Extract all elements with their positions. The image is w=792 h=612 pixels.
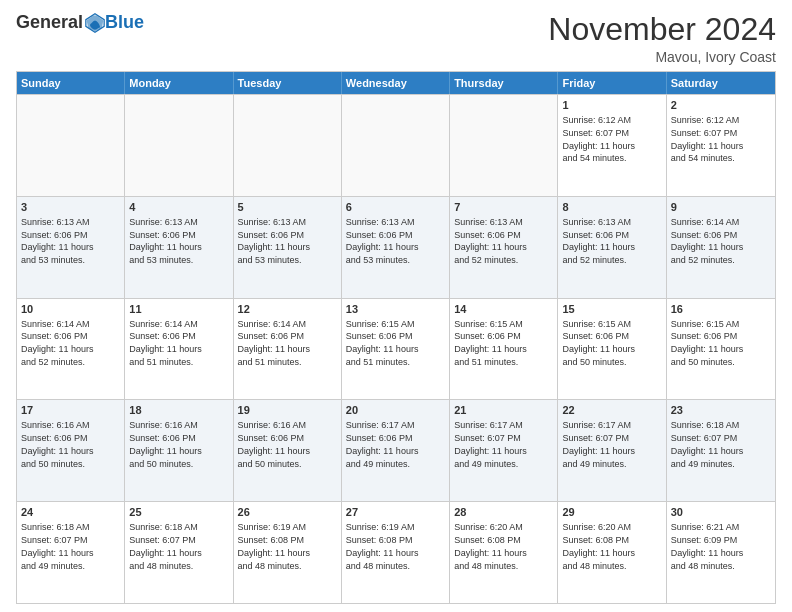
page: General Blue November 2024 Mavou, Ivory … (0, 0, 792, 612)
calendar-body: 1Sunrise: 6:12 AM Sunset: 6:07 PM Daylig… (17, 94, 775, 603)
cell-text-18: Sunrise: 6:16 AM Sunset: 6:06 PM Dayligh… (129, 420, 202, 468)
cell-text-10: Sunrise: 6:14 AM Sunset: 6:06 PM Dayligh… (21, 319, 94, 367)
cell-text-14: Sunrise: 6:15 AM Sunset: 6:06 PM Dayligh… (454, 319, 527, 367)
day-num-3: 3 (21, 200, 120, 215)
location: Mavou, Ivory Coast (548, 49, 776, 65)
day-num-17: 17 (21, 403, 120, 418)
day-num-25: 25 (129, 505, 228, 520)
cal-cell-3-2: 19Sunrise: 6:16 AM Sunset: 6:06 PM Dayli… (234, 400, 342, 501)
cell-text-23: Sunrise: 6:18 AM Sunset: 6:07 PM Dayligh… (671, 420, 744, 468)
day-num-10: 10 (21, 302, 120, 317)
cal-cell-4-2: 26Sunrise: 6:19 AM Sunset: 6:08 PM Dayli… (234, 502, 342, 603)
day-num-19: 19 (238, 403, 337, 418)
cal-cell-1-3: 6Sunrise: 6:13 AM Sunset: 6:06 PM Daylig… (342, 197, 450, 298)
cal-cell-2-1: 11Sunrise: 6:14 AM Sunset: 6:06 PM Dayli… (125, 299, 233, 400)
cal-cell-2-2: 12Sunrise: 6:14 AM Sunset: 6:06 PM Dayli… (234, 299, 342, 400)
day-num-29: 29 (562, 505, 661, 520)
cal-cell-2-5: 15Sunrise: 6:15 AM Sunset: 6:06 PM Dayli… (558, 299, 666, 400)
cal-cell-0-1 (125, 95, 233, 196)
cal-cell-0-0 (17, 95, 125, 196)
day-num-28: 28 (454, 505, 553, 520)
cal-cell-1-5: 8Sunrise: 6:13 AM Sunset: 6:06 PM Daylig… (558, 197, 666, 298)
day-num-8: 8 (562, 200, 661, 215)
cal-cell-3-1: 18Sunrise: 6:16 AM Sunset: 6:06 PM Dayli… (125, 400, 233, 501)
cal-cell-3-6: 23Sunrise: 6:18 AM Sunset: 6:07 PM Dayli… (667, 400, 775, 501)
cal-cell-4-3: 27Sunrise: 6:19 AM Sunset: 6:08 PM Dayli… (342, 502, 450, 603)
logo-icon (85, 13, 105, 33)
cal-cell-4-4: 28Sunrise: 6:20 AM Sunset: 6:08 PM Dayli… (450, 502, 558, 603)
cal-row-4: 24Sunrise: 6:18 AM Sunset: 6:07 PM Dayli… (17, 501, 775, 603)
cal-cell-3-3: 20Sunrise: 6:17 AM Sunset: 6:06 PM Dayli… (342, 400, 450, 501)
cal-cell-2-4: 14Sunrise: 6:15 AM Sunset: 6:06 PM Dayli… (450, 299, 558, 400)
day-num-30: 30 (671, 505, 771, 520)
cal-row-2: 10Sunrise: 6:14 AM Sunset: 6:06 PM Dayli… (17, 298, 775, 400)
day-num-4: 4 (129, 200, 228, 215)
cell-text-19: Sunrise: 6:16 AM Sunset: 6:06 PM Dayligh… (238, 420, 311, 468)
cell-text-27: Sunrise: 6:19 AM Sunset: 6:08 PM Dayligh… (346, 522, 419, 570)
calendar-header-row: Sunday Monday Tuesday Wednesday Thursday… (17, 72, 775, 94)
cal-cell-2-0: 10Sunrise: 6:14 AM Sunset: 6:06 PM Dayli… (17, 299, 125, 400)
cal-cell-0-3 (342, 95, 450, 196)
day-num-16: 16 (671, 302, 771, 317)
cal-cell-2-6: 16Sunrise: 6:15 AM Sunset: 6:06 PM Dayli… (667, 299, 775, 400)
cal-cell-3-4: 21Sunrise: 6:17 AM Sunset: 6:07 PM Dayli… (450, 400, 558, 501)
cell-text-28: Sunrise: 6:20 AM Sunset: 6:08 PM Dayligh… (454, 522, 527, 570)
cal-cell-1-1: 4Sunrise: 6:13 AM Sunset: 6:06 PM Daylig… (125, 197, 233, 298)
cal-cell-4-0: 24Sunrise: 6:18 AM Sunset: 6:07 PM Dayli… (17, 502, 125, 603)
cell-text-13: Sunrise: 6:15 AM Sunset: 6:06 PM Dayligh… (346, 319, 419, 367)
cell-text-25: Sunrise: 6:18 AM Sunset: 6:07 PM Dayligh… (129, 522, 202, 570)
cal-cell-4-5: 29Sunrise: 6:20 AM Sunset: 6:08 PM Dayli… (558, 502, 666, 603)
day-num-27: 27 (346, 505, 445, 520)
cal-cell-1-4: 7Sunrise: 6:13 AM Sunset: 6:06 PM Daylig… (450, 197, 558, 298)
cell-text-17: Sunrise: 6:16 AM Sunset: 6:06 PM Dayligh… (21, 420, 94, 468)
day-num-24: 24 (21, 505, 120, 520)
day-num-14: 14 (454, 302, 553, 317)
cell-text-16: Sunrise: 6:15 AM Sunset: 6:06 PM Dayligh… (671, 319, 744, 367)
cell-text-21: Sunrise: 6:17 AM Sunset: 6:07 PM Dayligh… (454, 420, 527, 468)
logo-general: General (16, 12, 83, 33)
cell-text-22: Sunrise: 6:17 AM Sunset: 6:07 PM Dayligh… (562, 420, 635, 468)
cell-text-20: Sunrise: 6:17 AM Sunset: 6:06 PM Dayligh… (346, 420, 419, 468)
cell-text-3: Sunrise: 6:13 AM Sunset: 6:06 PM Dayligh… (21, 217, 94, 265)
day-num-15: 15 (562, 302, 661, 317)
logo: General Blue (16, 12, 144, 33)
cell-text-6: Sunrise: 6:13 AM Sunset: 6:06 PM Dayligh… (346, 217, 419, 265)
header-tuesday: Tuesday (234, 72, 342, 94)
day-num-11: 11 (129, 302, 228, 317)
cal-cell-4-6: 30Sunrise: 6:21 AM Sunset: 6:09 PM Dayli… (667, 502, 775, 603)
day-num-20: 20 (346, 403, 445, 418)
day-num-13: 13 (346, 302, 445, 317)
header-thursday: Thursday (450, 72, 558, 94)
cal-cell-1-0: 3Sunrise: 6:13 AM Sunset: 6:06 PM Daylig… (17, 197, 125, 298)
header-wednesday: Wednesday (342, 72, 450, 94)
cell-text-12: Sunrise: 6:14 AM Sunset: 6:06 PM Dayligh… (238, 319, 311, 367)
day-num-2: 2 (671, 98, 771, 113)
cal-row-0: 1Sunrise: 6:12 AM Sunset: 6:07 PM Daylig… (17, 94, 775, 196)
cal-cell-0-4 (450, 95, 558, 196)
day-num-18: 18 (129, 403, 228, 418)
header-monday: Monday (125, 72, 233, 94)
day-num-23: 23 (671, 403, 771, 418)
cal-cell-4-1: 25Sunrise: 6:18 AM Sunset: 6:07 PM Dayli… (125, 502, 233, 603)
cal-cell-0-2 (234, 95, 342, 196)
cell-text-8: Sunrise: 6:13 AM Sunset: 6:06 PM Dayligh… (562, 217, 635, 265)
day-num-6: 6 (346, 200, 445, 215)
cal-cell-0-6: 2Sunrise: 6:12 AM Sunset: 6:07 PM Daylig… (667, 95, 775, 196)
cell-text-24: Sunrise: 6:18 AM Sunset: 6:07 PM Dayligh… (21, 522, 94, 570)
day-num-12: 12 (238, 302, 337, 317)
day-num-1: 1 (562, 98, 661, 113)
cell-text-1: Sunrise: 6:12 AM Sunset: 6:07 PM Dayligh… (562, 115, 635, 163)
header: General Blue November 2024 Mavou, Ivory … (16, 12, 776, 65)
header-sunday: Sunday (17, 72, 125, 94)
calendar: Sunday Monday Tuesday Wednesday Thursday… (16, 71, 776, 604)
day-num-7: 7 (454, 200, 553, 215)
cell-text-5: Sunrise: 6:13 AM Sunset: 6:06 PM Dayligh… (238, 217, 311, 265)
cell-text-11: Sunrise: 6:14 AM Sunset: 6:06 PM Dayligh… (129, 319, 202, 367)
day-num-21: 21 (454, 403, 553, 418)
month-title: November 2024 (548, 12, 776, 47)
cal-row-3: 17Sunrise: 6:16 AM Sunset: 6:06 PM Dayli… (17, 399, 775, 501)
day-num-22: 22 (562, 403, 661, 418)
cell-text-30: Sunrise: 6:21 AM Sunset: 6:09 PM Dayligh… (671, 522, 744, 570)
cal-cell-3-0: 17Sunrise: 6:16 AM Sunset: 6:06 PM Dayli… (17, 400, 125, 501)
cal-cell-1-2: 5Sunrise: 6:13 AM Sunset: 6:06 PM Daylig… (234, 197, 342, 298)
